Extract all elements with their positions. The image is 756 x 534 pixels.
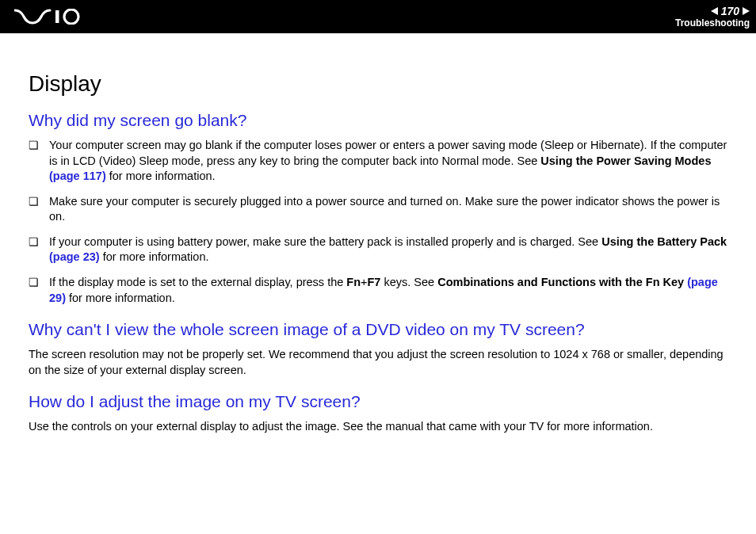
svg-point-1 — [64, 10, 78, 24]
text-run: + — [361, 276, 367, 288]
question-1-list: Your computer screen may go blank if the… — [29, 138, 727, 306]
list-item: If the display mode is set to the extern… — [29, 275, 727, 306]
text-run: keys. See — [380, 276, 437, 288]
question-2-heading: Why can't I view the whole screen image … — [29, 320, 727, 339]
text-run: for more information. — [100, 250, 209, 263]
header-bar: 170 Troubleshooting — [0, 0, 756, 33]
question-2-para: The screen resolution may not be properl… — [29, 347, 727, 378]
section-label: Troubleshooting — [675, 18, 750, 28]
text-run-bold: Combinations and Functions with the Fn K… — [437, 276, 687, 288]
text-run-bold: F7 — [368, 276, 381, 288]
text-run-bold: Using the Power Saving Modes — [540, 154, 711, 167]
text-run: If your computer is using battery power,… — [49, 235, 601, 248]
question-3-heading: How do I adjust the image on my TV scree… — [29, 392, 727, 411]
nav-next-icon[interactable] — [743, 7, 750, 15]
vaio-logo — [14, 9, 86, 25]
question-1-heading: Why did my screen go blank? — [29, 111, 727, 130]
text-run: Make sure your computer is securely plug… — [49, 195, 720, 223]
page-link[interactable]: (page 23) — [49, 250, 100, 263]
text-run: If the display mode is set to the extern… — [49, 276, 346, 288]
list-item: If your computer is using battery power,… — [29, 235, 727, 265]
list-item: Your computer screen may go blank if the… — [29, 138, 727, 185]
svg-rect-0 — [55, 10, 59, 23]
page-meta: 170 Troubleshooting — [675, 6, 750, 28]
page-title: Display — [29, 71, 727, 97]
text-run-bold: Using the Battery Pack — [601, 235, 727, 248]
page-nav: 170 — [711, 6, 750, 17]
nav-prev-icon[interactable] — [711, 7, 718, 15]
content-area: Display Why did my screen go blank? Your… — [0, 33, 756, 435]
page-link[interactable]: (page 117) — [49, 170, 106, 182]
text-run-bold: Fn — [346, 276, 361, 288]
list-item: Make sure your computer is securely plug… — [29, 194, 727, 225]
text-run: for more information. — [66, 292, 175, 304]
question-3-para: Use the controls on your external displa… — [29, 419, 727, 435]
page-number: 170 — [721, 6, 739, 17]
text-run: for more information. — [106, 170, 216, 182]
vaio-logo-svg — [14, 9, 86, 25]
